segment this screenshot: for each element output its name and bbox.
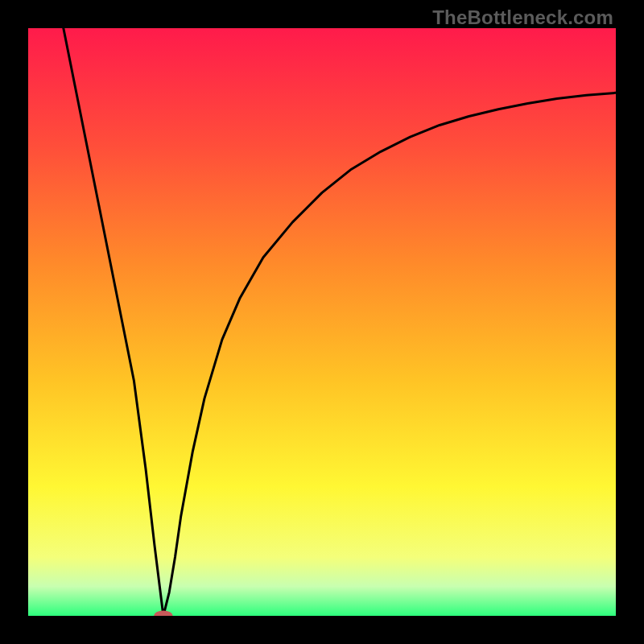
- bottleneck-chart: [28, 28, 616, 616]
- gradient-background: [28, 28, 616, 616]
- watermark-text: TheBottleneck.com: [432, 6, 613, 29]
- chart-frame: [28, 28, 616, 616]
